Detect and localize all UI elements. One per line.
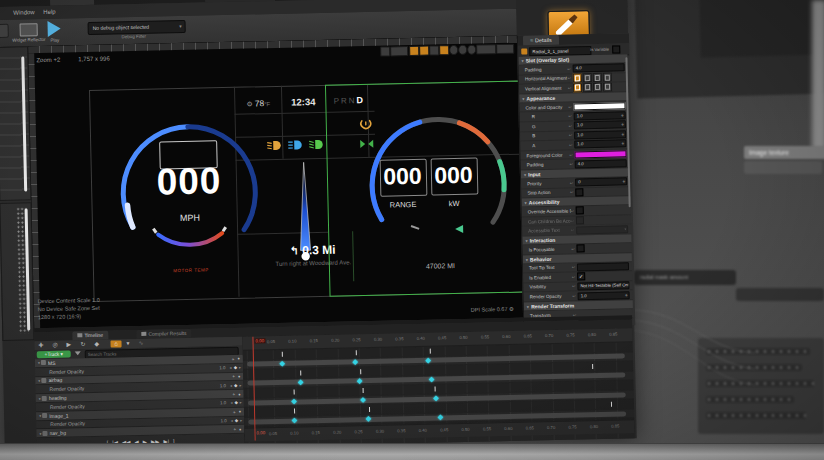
reset-to-default-icon[interactable]: ↩ bbox=[571, 218, 574, 223]
checkbox[interactable] bbox=[576, 207, 584, 215]
next-key-icon[interactable]: ▸ bbox=[239, 383, 241, 388]
expander-icon[interactable]: ▾ bbox=[39, 396, 41, 401]
reset-to-default-icon[interactable]: ↩ bbox=[572, 284, 575, 289]
gear-icon[interactable]: ⚙ bbox=[509, 306, 514, 312]
next-key-icon[interactable]: ▸ bbox=[239, 365, 241, 370]
add-keyframe-icon[interactable]: ◆ bbox=[234, 365, 238, 370]
screen-size-dropdown[interactable] bbox=[476, 44, 496, 54]
checkbox[interactable] bbox=[576, 244, 584, 252]
keyframe-icon[interactable]: ◆ bbox=[94, 340, 99, 349]
curve-editor-icon[interactable]: ∿ bbox=[138, 339, 143, 348]
color-swatch[interactable] bbox=[573, 102, 625, 110]
alignment-button[interactable] bbox=[583, 83, 592, 92]
play-button[interactable] bbox=[47, 21, 60, 37]
viewport-option-2[interactable] bbox=[458, 45, 467, 55]
reset-to-default-icon[interactable]: ↩ bbox=[572, 294, 575, 299]
reset-to-default-icon[interactable]: ↩ bbox=[569, 142, 572, 147]
value-slider[interactable]: 1.0◆ bbox=[574, 111, 626, 120]
reset-to-default-icon[interactable]: ↩ bbox=[571, 228, 574, 233]
cursor-tool-button[interactable] bbox=[380, 46, 390, 56]
reset-to-default-icon[interactable]: ↩ bbox=[570, 180, 573, 185]
prev-key-icon[interactable]: ◂ bbox=[230, 383, 232, 388]
designer-viewport[interactable]: Zoom +2 1,757 x 996 bbox=[28, 36, 523, 329]
is-variable-checkbox[interactable] bbox=[612, 45, 620, 53]
add-key-icon[interactable]: + bbox=[231, 356, 234, 362]
expander-icon[interactable]: ▾ bbox=[38, 378, 40, 383]
reset-to-default-icon[interactable]: ↩ bbox=[568, 114, 571, 119]
reset-to-default-icon[interactable]: ↩ bbox=[568, 85, 571, 90]
toolbar-button-cut[interactable] bbox=[0, 24, 9, 38]
dropdown[interactable]: Not Hit-Testable (Self Only)▾ bbox=[577, 281, 629, 290]
value-slider[interactable]: 1.0◆ bbox=[574, 130, 626, 139]
sequencer-timeline[interactable]: 0.050.100.150.200.250.300.350.400.450.50… bbox=[242, 328, 634, 446]
reset-to-default-icon[interactable]: ↩ bbox=[567, 76, 570, 81]
value-slider[interactable]: 1.0◆ bbox=[578, 291, 630, 300]
add-keyframe-icon[interactable]: ◆ bbox=[234, 400, 238, 405]
mode-pill-button[interactable] bbox=[390, 46, 408, 56]
add-key-icon[interactable]: + bbox=[232, 391, 235, 397]
filter-funnel-icon[interactable] bbox=[75, 351, 81, 355]
value-slider[interactable]: 1.0◆ bbox=[574, 140, 626, 149]
dropdown[interactable]: ▾ bbox=[576, 225, 628, 234]
menu-item-help[interactable]: Help bbox=[43, 9, 55, 15]
spinner-icon[interactable]: ◆ bbox=[622, 179, 625, 185]
dpi-scale-label[interactable]: DPI Scale 0.67 ⚙ bbox=[454, 306, 514, 313]
snap-size-button[interactable] bbox=[419, 46, 429, 56]
widget-reflector-icon[interactable] bbox=[20, 23, 38, 36]
spinner-icon[interactable]: ◆ bbox=[621, 122, 624, 128]
value-field[interactable] bbox=[577, 262, 629, 271]
spinner-icon[interactable]: ◆ bbox=[621, 112, 624, 118]
alignment-button[interactable] bbox=[603, 73, 612, 82]
expander-icon[interactable]: ▾ bbox=[38, 361, 40, 366]
localize-toggle-button[interactable] bbox=[439, 45, 449, 55]
next-key-icon[interactable]: ▸ bbox=[240, 418, 242, 423]
camera-icon[interactable]: ◎ bbox=[52, 341, 57, 350]
reset-to-default-icon[interactable]: ↩ bbox=[568, 104, 571, 109]
reset-to-default-icon[interactable]: ↩ bbox=[570, 208, 573, 213]
outline-toggle-button[interactable] bbox=[429, 45, 439, 55]
add-keyframe-icon[interactable]: ◆ bbox=[235, 418, 239, 423]
grid-snap-button[interactable] bbox=[409, 46, 419, 56]
reset-to-default-icon[interactable]: ↩ bbox=[567, 66, 570, 71]
menu-item-window[interactable]: Window bbox=[13, 9, 34, 15]
reset-to-default-icon[interactable]: ↩ bbox=[572, 274, 575, 279]
reset-to-default-icon[interactable]: ↩ bbox=[568, 123, 571, 128]
reset-to-default-icon[interactable]: ↩ bbox=[569, 152, 572, 157]
alignment-button[interactable] bbox=[573, 74, 582, 83]
checkbox[interactable] bbox=[576, 216, 584, 224]
spinner-icon[interactable]: ◆ bbox=[625, 292, 628, 298]
checkbox[interactable] bbox=[575, 188, 583, 196]
alignment-button[interactable] bbox=[593, 73, 602, 82]
alignment-button[interactable] bbox=[593, 83, 602, 92]
alignment-button[interactable] bbox=[573, 83, 582, 92]
value-slider[interactable]: 0◆ bbox=[575, 178, 627, 187]
alignment-button[interactable] bbox=[603, 83, 612, 92]
auto-key-button[interactable]: ⌂ bbox=[110, 340, 121, 347]
value-field[interactable]: 4.0 bbox=[573, 64, 625, 73]
save-keys-icon[interactable]: ✚ bbox=[38, 341, 43, 350]
prev-key-icon[interactable]: ◂ bbox=[230, 400, 232, 405]
reset-to-default-icon[interactable]: ↩ bbox=[572, 265, 575, 270]
reset-to-default-icon[interactable]: ↩ bbox=[569, 162, 572, 167]
alignment-button[interactable] bbox=[583, 73, 592, 82]
add-key-icon[interactable]: + bbox=[232, 373, 235, 379]
checkbox[interactable]: ✓ bbox=[577, 273, 585, 281]
add-track-button[interactable]: +Track ▾ bbox=[37, 350, 71, 358]
prev-key-icon[interactable]: ◂ bbox=[231, 418, 233, 423]
reset-to-default-icon[interactable]: ↩ bbox=[571, 246, 574, 251]
add-keyframe-icon[interactable]: ◆ bbox=[234, 383, 238, 388]
spinner-icon[interactable]: ◆ bbox=[622, 141, 625, 147]
chevron-down-icon[interactable]: ▾ bbox=[126, 339, 129, 348]
expander-icon[interactable]: ▾ bbox=[39, 413, 41, 418]
add-key-icon[interactable]: + bbox=[233, 409, 236, 415]
play-options-icon[interactable]: ▶ bbox=[66, 340, 71, 349]
viewport-option-1[interactable] bbox=[449, 45, 458, 55]
reset-to-default-icon[interactable]: ↩ bbox=[569, 133, 572, 138]
loop-icon[interactable]: ↻ bbox=[80, 340, 85, 349]
value-slider[interactable]: 1.0◆ bbox=[574, 121, 626, 130]
prev-key-icon[interactable]: ◂ bbox=[230, 365, 232, 370]
value-field[interactable]: 4.0 bbox=[575, 159, 627, 168]
spinner-icon[interactable]: ◆ bbox=[621, 131, 624, 137]
next-key-icon[interactable]: ▸ bbox=[240, 400, 242, 405]
fill-screen-dropdown[interactable] bbox=[496, 44, 514, 54]
